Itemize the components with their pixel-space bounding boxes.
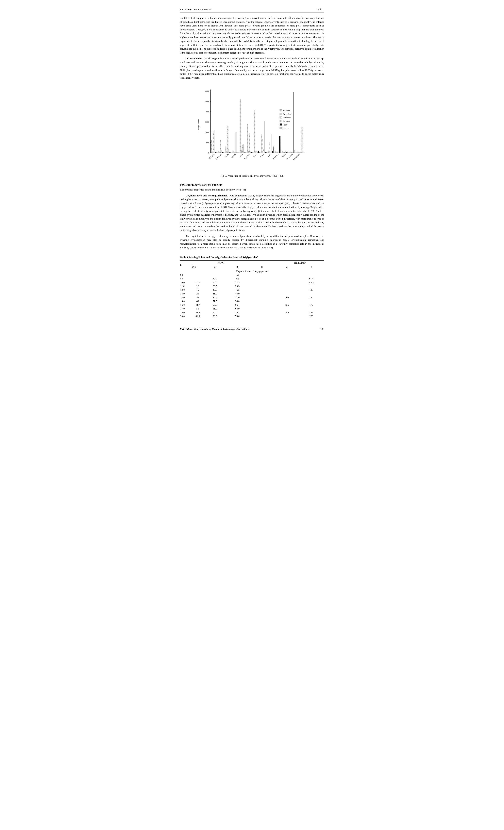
bar-chart: 0 1000 2000 3000 4000 5000 6000 Tons pro… xyxy=(195,86,313,168)
svg-rect-40 xyxy=(222,152,223,153)
svg-rect-102 xyxy=(297,152,297,153)
table-row: 10:0−1518.031.593.3 xyxy=(180,281,324,284)
svg-rect-99 xyxy=(292,152,293,153)
table-header-row-1: n Mp, °C ΔH, kJ/molc xyxy=(180,260,324,265)
svg-text:2000: 2000 xyxy=(206,131,209,133)
svg-rect-52 xyxy=(237,152,238,153)
header-title: FATS AND FATTY OILS xyxy=(180,8,211,11)
chart-container: 0 1000 2000 3000 4000 5000 6000 Tons pro… xyxy=(195,86,309,168)
svg-rect-58 xyxy=(244,152,245,153)
svg-rect-32 xyxy=(213,131,214,153)
oil-production-heading: Oil Production. xyxy=(186,57,203,60)
svg-rect-89 xyxy=(280,136,281,153)
svg-rect-82 xyxy=(272,151,273,153)
svg-rect-49 xyxy=(233,152,234,153)
col-beta: β xyxy=(249,265,275,269)
svg-rect-31 xyxy=(212,152,213,153)
table-row: 6:0−25 xyxy=(180,273,324,277)
svg-rect-50 xyxy=(234,152,235,153)
col-alpha-dh: α xyxy=(275,265,298,269)
page: FATS AND FATTY OILS Vol 10 capital cost … xyxy=(180,8,324,330)
physical-properties-heading: Physical Properties of Fats and Oils xyxy=(180,183,324,187)
chart-caption: Fig. 5. Production of specific oils by c… xyxy=(180,174,324,178)
svg-rect-84 xyxy=(275,151,276,153)
svg-text:6000: 6000 xyxy=(206,90,209,92)
svg-rect-35 xyxy=(216,152,217,153)
svg-rect-71 xyxy=(259,152,260,153)
table-body: 6:0−258:0−218.267.410:0−1518.031.593.311… xyxy=(180,273,324,318)
svg-rect-37 xyxy=(219,152,220,153)
svg-rect-34 xyxy=(215,152,216,153)
svg-rect-59 xyxy=(245,152,246,153)
svg-text:Indonesia: Indonesia xyxy=(272,153,279,160)
svg-text:Philippines: Philippines xyxy=(293,153,300,161)
col-spacer xyxy=(249,260,275,265)
svg-rect-76 xyxy=(265,152,266,153)
data-table: n Mp, °C ΔH, kJ/molc C:Δb α β′ β α β Sim… xyxy=(180,260,324,318)
table-row: 8:0−218.267.4 xyxy=(180,277,324,281)
svg-rect-96 xyxy=(289,152,290,153)
col-beta-prime: β′ xyxy=(226,265,249,269)
oil-production-text: World vegetable and marine oil productio… xyxy=(180,57,324,79)
svg-rect-73 xyxy=(262,139,263,153)
svg-text:Brazil: Brazil xyxy=(253,153,257,158)
oil-production-paragraph: Oil Production. World vegetable and mari… xyxy=(180,57,324,79)
svg-rect-101 xyxy=(294,150,295,153)
svg-rect-60 xyxy=(247,124,248,153)
svg-rect-121 xyxy=(280,109,282,111)
table-row: 18:054.964.073.1145197 xyxy=(180,311,324,314)
svg-rect-38 xyxy=(220,140,221,153)
table-header-row-2: C:Δb α β′ β α β xyxy=(180,265,324,269)
svg-rect-36 xyxy=(218,151,219,153)
svg-rect-56 xyxy=(242,146,243,153)
svg-rect-51 xyxy=(235,132,237,153)
svg-rect-127 xyxy=(280,120,282,122)
footer-right: 130 xyxy=(320,327,324,330)
svg-text:Canada: Canada xyxy=(231,153,236,159)
table-row: 13:02541.044.0 xyxy=(180,292,324,296)
svg-rect-92 xyxy=(284,152,285,153)
svg-rect-75 xyxy=(264,121,265,153)
svg-text:USA: USA xyxy=(239,153,243,157)
svg-rect-129 xyxy=(280,124,282,126)
svg-rect-77 xyxy=(266,152,267,153)
svg-rect-80 xyxy=(270,152,271,153)
table-row: 20:061.869.078.0223 xyxy=(180,314,324,318)
crystallization-heading: Crystallization and Melting Behavior. xyxy=(186,194,228,197)
svg-rect-55 xyxy=(241,150,242,153)
svg-rect-67 xyxy=(255,151,256,153)
svg-text:5000: 5000 xyxy=(206,100,209,102)
svg-text:E. Europe: E. Europe xyxy=(215,153,222,160)
svg-text:Groundnut: Groundnut xyxy=(283,113,291,115)
crystal-text2: The crystal structure of glycerides may … xyxy=(180,234,324,250)
svg-rect-68 xyxy=(256,151,257,153)
svg-rect-62 xyxy=(249,133,250,153)
svg-rect-87 xyxy=(278,152,279,153)
svg-text:Malaysia: Malaysia xyxy=(287,153,293,159)
svg-rect-65 xyxy=(252,152,253,153)
svg-text:1000: 1000 xyxy=(206,141,209,144)
svg-rect-66 xyxy=(254,111,255,153)
table-title-superscript: a xyxy=(257,256,258,257)
svg-text:Tons produced: Tons produced xyxy=(197,119,199,131)
svg-rect-125 xyxy=(280,117,282,118)
svg-text:4000: 4000 xyxy=(206,111,209,113)
table-row: 14:03346.557.0105148 xyxy=(180,296,324,299)
svg-rect-70 xyxy=(258,151,259,153)
svg-rect-97 xyxy=(290,152,291,153)
page-header: FATS AND FATTY OILS Vol 10 xyxy=(180,8,324,12)
svg-rect-43 xyxy=(226,151,227,153)
svg-rect-106 xyxy=(301,152,302,153)
header-volume: Vol 10 xyxy=(317,8,324,11)
svg-rect-63 xyxy=(250,152,251,153)
col-alpha: α xyxy=(203,265,226,269)
table-title: Table 3. Melting Points and Enthalpy Val… xyxy=(180,256,324,259)
svg-rect-90 xyxy=(282,151,283,153)
svg-rect-64 xyxy=(251,152,252,153)
svg-rect-100 xyxy=(293,92,294,153)
svg-rect-105 xyxy=(300,152,301,153)
svg-rect-104 xyxy=(298,152,300,153)
svg-rect-74 xyxy=(263,149,264,153)
svg-rect-30 xyxy=(211,140,212,153)
svg-rect-41 xyxy=(223,152,224,153)
